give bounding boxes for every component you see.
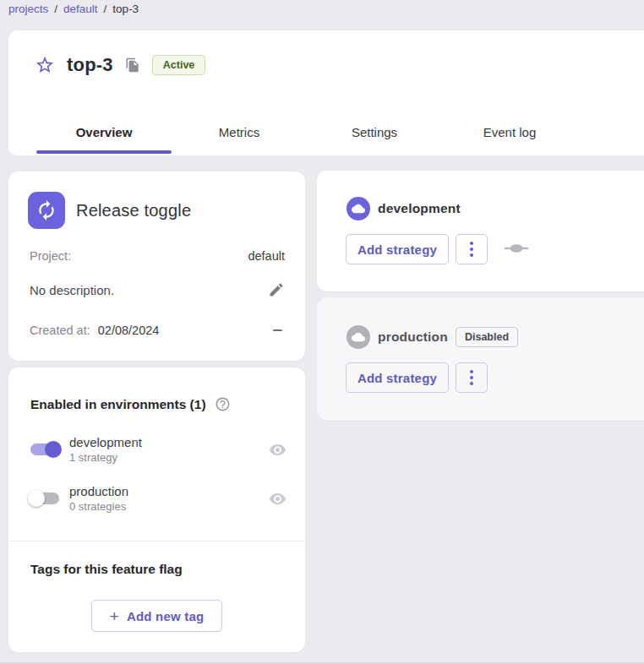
copy-name-icon[interactable] [124,57,141,73]
project-value: default [248,249,285,263]
environment-card-development: development Add strategy [317,171,644,291]
feature-header-card: top-3 Active Overview Metrics Settings E… [8,30,644,155]
add-strategy-button[interactable]: Add strategy [346,234,449,264]
created-at-value: 02/08/2024 [98,324,160,337]
tab-event-log[interactable]: Event log [442,108,577,155]
breadcrumb-current: top-3 [112,3,139,15]
status-badge: Active [152,55,206,75]
page-title: top-3 [67,54,113,76]
environment-cloud-icon [347,197,370,220]
add-strategy-button[interactable]: Add strategy [346,362,449,393]
flag-type-label: Release toggle [76,201,191,220]
visibility-eye-icon[interactable] [269,490,287,508]
environment-disabled-badge: Disabled [456,327,518,347]
add-new-tag-label: Add new tag [127,609,204,623]
help-icon[interactable] [215,396,231,412]
breadcrumb: projects / default / top-3 [8,3,139,15]
description-text: No description. [30,283,114,297]
add-new-tag-button[interactable]: + Add new tag [91,600,222,632]
created-at-label: Created at: [30,324,90,337]
more-actions-kebab-icon[interactable] [456,362,488,393]
project-label: Project: [30,249,71,263]
favorite-star-icon[interactable] [34,54,56,76]
release-toggle-icon [28,192,65,229]
environment-toggle-row-production: production 0 strategies [28,484,287,513]
environment-toggle-development[interactable] [28,440,62,459]
environment-row-strategy-count: 1 strategy [69,451,269,464]
environment-row-strategy-count: 0 strategies [69,500,269,513]
environment-toggle-production[interactable] [28,489,62,508]
breadcrumb-link-default[interactable]: default [63,3,98,15]
enabled-environments-title: Enabled in environments (1) [30,397,206,412]
tab-settings[interactable]: Settings [307,108,442,155]
environment-card-production: production Disabled Add strategy [317,297,644,420]
breadcrumb-separator: / [104,3,107,15]
feature-details-card: Release toggle Project: default No descr… [8,171,305,361]
kebab-dots [470,370,473,385]
plus-icon: + [110,608,119,624]
edit-description-pencil-icon[interactable] [268,281,285,298]
environment-name: production [378,329,448,345]
section-divider [8,541,305,542]
breadcrumb-separator: / [54,3,57,15]
environment-row-name: development [69,435,269,449]
active-tab-underline [36,150,172,154]
tab-overview[interactable]: Overview [36,108,172,155]
kebab-dots [470,242,473,257]
more-actions-kebab-icon[interactable] [456,234,488,264]
strategy-connector-shape [505,242,528,257]
environment-cloud-icon [347,325,370,349]
tab-metrics[interactable]: Metrics [172,108,307,155]
tags-section-title: Tags for this feature flag [30,562,183,577]
breadcrumb-link-projects[interactable]: projects [8,3,48,15]
enabled-environments-panel: Enabled in environments (1) development … [8,367,305,652]
collapse-minus-icon[interactable] [271,324,285,337]
environment-toggle-row-development: development 1 strategy [28,435,287,464]
tab-bar: Overview Metrics Settings Event log [36,108,577,155]
visibility-eye-icon[interactable] [269,441,287,459]
environment-name: development [378,201,461,216]
environment-row-name: production [69,484,269,498]
